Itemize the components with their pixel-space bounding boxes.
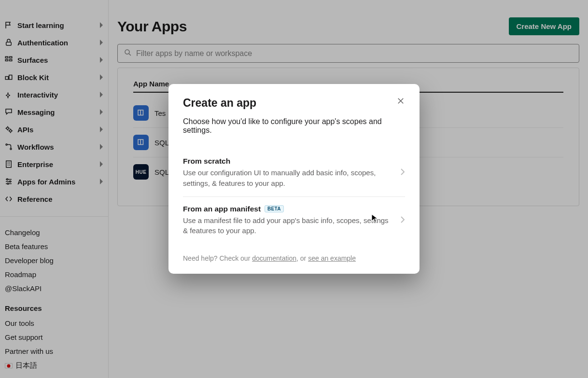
modal-help-text: Need help? Check our documentation, or s… [183,254,405,262]
close-button[interactable] [394,95,407,109]
close-icon [396,99,405,107]
modal-overlay[interactable]: Create an app Choose how you'd like to c… [0,0,588,378]
documentation-link[interactable]: documentation [252,254,296,262]
option-from-scratch[interactable]: From scratch Use our configuration UI to… [183,149,405,196]
chevron-right-icon [400,168,405,177]
option-subtitle: Use our configuration UI to manually add… [183,168,391,189]
option-title: From scratch [183,157,230,166]
option-title: From an app manifest [183,205,261,213]
see-example-link[interactable]: see an example [308,254,356,262]
chevron-right-icon [400,216,405,225]
beta-badge: BETA [265,205,284,212]
create-app-modal: Create an app Choose how you'd like to c… [168,84,420,274]
option-subtitle: Use a manifest file to add your app's ba… [183,215,391,237]
option-from-manifest[interactable]: From an app manifest BETA Use a manifest… [183,196,405,244]
modal-description: Choose how you'd like to configure your … [183,117,405,135]
modal-title: Create an app [183,97,405,110]
